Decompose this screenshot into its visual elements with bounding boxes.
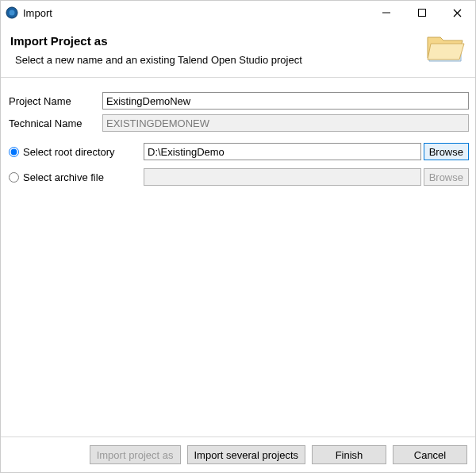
- archive-file-input: [144, 168, 421, 186]
- root-directory-label: Select root directory: [23, 146, 115, 158]
- page-title: Import Project as: [10, 34, 466, 48]
- root-directory-input[interactable]: [144, 143, 421, 160]
- root-directory-browse-button[interactable]: Browse: [424, 143, 469, 160]
- project-name-input[interactable]: [102, 92, 469, 110]
- minimize-button[interactable]: [368, 1, 404, 25]
- archive-file-browse-button: Browse: [424, 168, 469, 186]
- header-banner: Import Project as Select a new name and …: [1, 25, 475, 78]
- root-directory-radio-wrap[interactable]: Select root directory: [7, 146, 144, 158]
- technical-name-input: [102, 114, 469, 132]
- archive-file-label: Select archive file: [23, 171, 104, 183]
- svg-rect-3: [418, 10, 425, 17]
- project-name-label: Project Name: [7, 95, 102, 107]
- root-directory-radio[interactable]: [9, 147, 19, 157]
- form-area: Project Name Technical Name Select root …: [1, 78, 475, 436]
- folder-icon: [426, 29, 466, 67]
- svg-point-1: [10, 10, 15, 16]
- window-title: Import: [23, 7, 52, 19]
- maximize-button[interactable]: [404, 1, 440, 25]
- technical-name-label: Technical Name: [7, 117, 102, 129]
- page-description: Select a new name and an existing Talend…: [15, 54, 466, 66]
- archive-file-radio-wrap[interactable]: Select archive file: [7, 171, 144, 183]
- close-button[interactable]: [440, 1, 475, 25]
- app-icon: [6, 6, 18, 19]
- finish-button[interactable]: Finish: [312, 445, 386, 464]
- archive-file-radio[interactable]: [9, 172, 19, 183]
- titlebar: Import: [1, 1, 475, 25]
- footer: Import project as Import several project…: [1, 437, 475, 472]
- import-project-as-button: Import project as: [90, 445, 181, 464]
- cancel-button[interactable]: Cancel: [393, 445, 467, 464]
- import-several-projects-button[interactable]: Import several projects: [187, 445, 306, 464]
